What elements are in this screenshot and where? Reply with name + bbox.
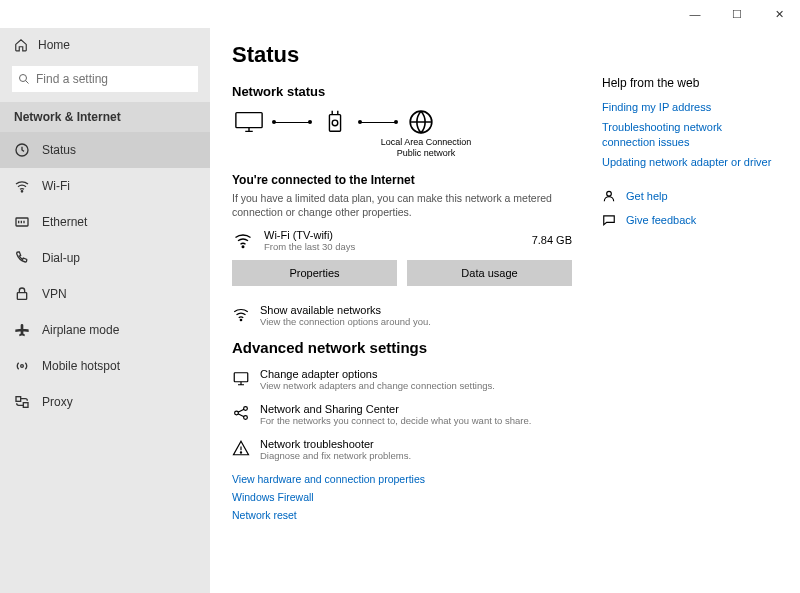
sidebar-item-label: Wi-Fi [42,179,70,193]
hotspot-icon [14,358,30,374]
show-networks-item[interactable]: Show available networks View the connect… [232,304,572,327]
help-link-driver[interactable]: Updating network adapter or driver [602,155,778,169]
help-pane: Help from the web Finding my IP address … [602,42,778,579]
sidebar-item-label: Mobile hotspot [42,359,120,373]
sidebar-item-status[interactable]: Status [0,132,210,168]
ethernet-icon [14,214,30,230]
titlebar: — ☐ ✕ [0,0,800,28]
connection-row: Wi-Fi (TV-wifi) From the last 30 days 7.… [232,229,572,252]
show-networks-sub: View the connection options around you. [260,316,431,327]
sidebar-item-dialup[interactable]: Dial-up [0,240,210,276]
svg-point-6 [21,365,24,368]
adapter-options-item[interactable]: Change adapter options View network adap… [232,368,572,391]
sidebar-item-label: Airplane mode [42,323,119,337]
home-icon [14,38,28,52]
sidebar-item-label: Proxy [42,395,73,409]
network-diagram [232,109,572,135]
connected-desc: If you have a limited data plan, you can… [232,191,572,219]
svg-rect-7 [16,397,21,402]
help-heading: Help from the web [602,76,778,90]
main-content: Status Network status Local [232,42,572,579]
search-icon [18,73,30,85]
sidebar-item-wifi[interactable]: Wi-Fi [0,168,210,204]
proxy-icon [14,394,30,410]
home-label: Home [38,38,70,52]
sidebar-item-label: Dial-up [42,251,80,265]
svg-point-14 [240,319,242,321]
svg-point-20 [607,192,612,197]
link-firewall[interactable]: Windows Firewall [232,491,572,503]
sidebar-item-proxy[interactable]: Proxy [0,384,210,420]
help-link-ip[interactable]: Finding my IP address [602,100,778,114]
show-networks-icon [232,305,250,323]
maximize-button[interactable]: ☐ [716,0,758,28]
feedback-icon [602,213,616,227]
svg-point-11 [332,120,338,126]
link-network-reset[interactable]: Network reset [232,509,572,521]
sidebar-item-label: Status [42,143,76,157]
globe-icon [404,109,438,135]
properties-button[interactable]: Properties [232,260,397,286]
svg-point-0 [20,75,27,82]
link-hardware-properties[interactable]: View hardware and connection properties [232,473,572,485]
wifi-signal-icon [232,229,254,251]
minimize-button[interactable]: — [674,0,716,28]
sidebar-item-vpn[interactable]: VPN [0,276,210,312]
status-icon [14,142,30,158]
connection-usage: 7.84 GB [532,234,572,246]
svg-rect-15 [234,373,248,382]
advanced-heading: Advanced network settings [232,339,572,356]
help-icon [602,189,616,203]
wifi-icon [14,178,30,194]
sidebar-item-hotspot[interactable]: Mobile hotspot [0,348,210,384]
svg-rect-9 [236,113,262,128]
sidebar: Home Network & Internet Status [0,28,210,593]
connection-name: Wi-Fi (TV-wifi) [264,229,355,241]
router-icon [318,109,352,135]
troubleshooter-item[interactable]: Network troubleshooter Diagnose and fix … [232,438,572,461]
network-status-heading: Network status [232,84,572,99]
svg-point-19 [240,452,241,453]
page-title: Status [232,42,572,68]
sidebar-section-title: Network & Internet [0,102,210,132]
feedback-link[interactable]: Give feedback [602,213,778,227]
dialup-icon [14,250,30,266]
svg-rect-8 [23,403,28,408]
svg-line-1 [26,81,29,84]
close-button[interactable]: ✕ [758,0,800,28]
show-networks-title: Show available networks [260,304,431,316]
svg-rect-5 [17,293,26,300]
sidebar-item-airplane[interactable]: Airplane mode [0,312,210,348]
help-link-troubleshoot[interactable]: Troubleshooting network connection issue… [602,120,778,149]
airplane-icon [14,322,30,338]
get-help-link[interactable]: Get help [602,189,778,203]
data-usage-button[interactable]: Data usage [407,260,572,286]
home-nav[interactable]: Home [0,28,210,62]
search-input[interactable] [12,66,198,92]
sharing-icon [232,404,250,422]
connection-sub: From the last 30 days [264,241,355,252]
sidebar-item-ethernet[interactable]: Ethernet [0,204,210,240]
svg-rect-10 [329,115,340,132]
svg-point-13 [242,246,244,248]
diagram-caption: Local Area Connection Public network [280,137,572,159]
connected-heading: You're connected to the Internet [232,173,572,187]
troubleshoot-icon [232,439,250,457]
sidebar-item-label: VPN [42,287,67,301]
vpn-icon [14,286,30,302]
sidebar-item-label: Ethernet [42,215,87,229]
svg-point-3 [21,191,22,192]
adapter-icon [232,369,250,387]
pc-icon [232,109,266,135]
sharing-center-item[interactable]: Network and Sharing Center For the netwo… [232,403,572,426]
